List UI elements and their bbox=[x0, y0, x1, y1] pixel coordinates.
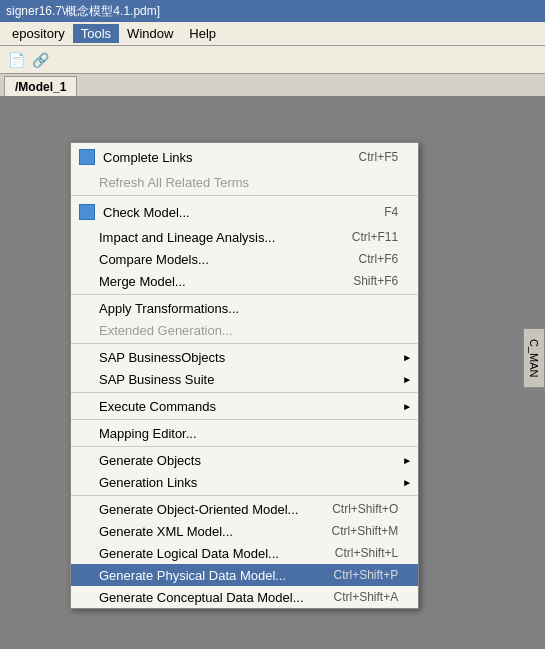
menu-sap-business-suite[interactable]: SAP Business Suite ► bbox=[71, 368, 418, 390]
menu-extended-generation[interactable]: Extended Generation... bbox=[71, 319, 418, 341]
toolbar: 📄 🔗 bbox=[0, 46, 545, 74]
menu-check-model[interactable]: Check Model... F4 bbox=[71, 198, 418, 226]
arrow-icon-gen-obj: ► bbox=[402, 455, 412, 466]
menu-refresh-related-terms[interactable]: Refresh All Related Terms bbox=[71, 171, 418, 193]
separator-6 bbox=[71, 446, 418, 447]
menu-sap-businessobjects[interactable]: SAP BusinessObjects ► bbox=[71, 346, 418, 368]
workspace: C_MAN Complete Links Ctrl+F5 Refresh All… bbox=[0, 96, 545, 649]
toolbar-btn-2[interactable]: 🔗 bbox=[28, 49, 52, 71]
menu-gen-xml-model[interactable]: Generate XML Model... Ctrl+Shift+M bbox=[71, 520, 418, 542]
separator-3 bbox=[71, 343, 418, 344]
toolbar-btn-1[interactable]: 📄 bbox=[4, 49, 28, 71]
menu-compare-models[interactable]: Compare Models... Ctrl+F6 bbox=[71, 248, 418, 270]
menu-execute-commands[interactable]: Execute Commands ► bbox=[71, 395, 418, 417]
arrow-icon-sap-bo: ► bbox=[402, 352, 412, 363]
tab-bar: /Model_1 bbox=[0, 74, 545, 96]
title-bar: signer16.7\概念模型4.1.pdm] bbox=[0, 0, 545, 22]
menu-item-window[interactable]: Window bbox=[119, 24, 181, 43]
tab-model[interactable]: /Model_1 bbox=[4, 76, 77, 96]
menu-item-help[interactable]: Help bbox=[181, 24, 224, 43]
menu-item-repository[interactable]: epository bbox=[4, 24, 73, 43]
separator-2 bbox=[71, 294, 418, 295]
separator-5 bbox=[71, 419, 418, 420]
menu-bar: epository Tools Window Help bbox=[0, 22, 545, 46]
check-model-icon bbox=[75, 201, 99, 223]
menu-merge-model[interactable]: Merge Model... Shift+F6 bbox=[71, 270, 418, 292]
menu-mapping-editor[interactable]: Mapping Editor... bbox=[71, 422, 418, 444]
menu-item-tools[interactable]: Tools bbox=[73, 24, 119, 43]
separator-7 bbox=[71, 495, 418, 496]
menu-gen-conceptual-model[interactable]: Generate Conceptual Data Model... Ctrl+S… bbox=[71, 586, 418, 608]
separator-4 bbox=[71, 392, 418, 393]
complete-links-icon bbox=[75, 146, 99, 168]
tools-dropdown-menu: Complete Links Ctrl+F5 Refresh All Relat… bbox=[70, 142, 419, 609]
menu-generation-links[interactable]: Generation Links ► bbox=[71, 471, 418, 493]
arrow-icon-sap-bs: ► bbox=[402, 374, 412, 385]
menu-gen-logical-model[interactable]: Generate Logical Data Model... Ctrl+Shif… bbox=[71, 542, 418, 564]
title-text: signer16.7\概念模型4.1.pdm] bbox=[6, 3, 160, 20]
menu-apply-transformations[interactable]: Apply Transformations... bbox=[71, 297, 418, 319]
arrow-icon-execute: ► bbox=[402, 401, 412, 412]
side-label: C_MAN bbox=[523, 328, 545, 388]
menu-generate-objects[interactable]: Generate Objects ► bbox=[71, 449, 418, 471]
menu-gen-oo-model[interactable]: Generate Object-Oriented Model... Ctrl+S… bbox=[71, 498, 418, 520]
menu-complete-links[interactable]: Complete Links Ctrl+F5 bbox=[71, 143, 418, 171]
separator-1 bbox=[71, 195, 418, 196]
arrow-icon-gen-links: ► bbox=[402, 477, 412, 488]
menu-impact-lineage[interactable]: Impact and Lineage Analysis... Ctrl+F11 bbox=[71, 226, 418, 248]
menu-gen-physical-model[interactable]: Generate Physical Data Model... Ctrl+Shi… bbox=[71, 564, 418, 586]
